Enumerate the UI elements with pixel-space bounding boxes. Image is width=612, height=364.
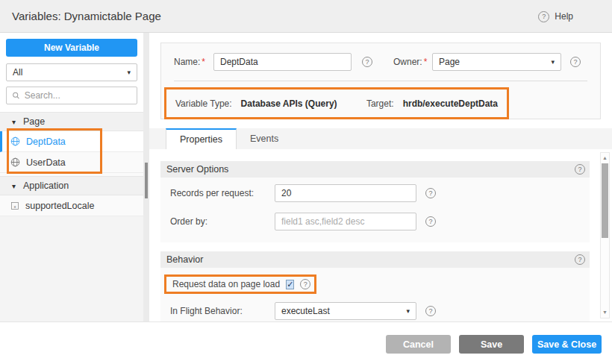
scroll-down-icon[interactable]: ▼ [601, 308, 609, 317]
sidebar-scrollbar-thumb[interactable] [145, 163, 148, 198]
tree-group-application[interactable]: ▾ Application [0, 176, 143, 195]
in-flight-behavior-row: In Flight Behavior: executeLast ▾ ? [160, 302, 590, 320]
server-options-body: Records per request: ? Order by: ? [160, 178, 590, 242]
sidebar-scrollbar[interactable] [143, 33, 149, 321]
server-options-header: Server Options ? [160, 161, 590, 178]
chevron-down-icon: ▾ [406, 307, 410, 315]
tab-properties[interactable]: Properties [166, 128, 237, 149]
search-box[interactable] [6, 87, 137, 104]
request-on-load-label: Request data on page load [172, 279, 280, 289]
variables-sidebar: New Variable All ▾ ▾ Page [0, 33, 143, 321]
owner-select[interactable]: Page ▾ [432, 53, 561, 71]
records-per-request-label: Records per request: [170, 188, 275, 198]
cancel-button[interactable]: Cancel [386, 335, 451, 354]
owner-help-icon[interactable]: ? [570, 57, 581, 67]
chevron-down-icon: ▾ [127, 69, 131, 76]
tree-item-label: supportedLocale [25, 201, 94, 211]
behavior-section: Behavior ? Request data on page load ✓ ?… [160, 251, 590, 321]
new-variable-button[interactable]: New Variable [6, 39, 137, 57]
save-and-close-button[interactable]: Save & Close [532, 335, 602, 354]
tree-group-label: Application [23, 181, 69, 191]
name-help-icon[interactable]: ? [362, 57, 372, 67]
request-on-load-checkbox[interactable]: ✓ [286, 280, 294, 289]
in-flight-behavior-label: In Flight Behavior: [170, 306, 275, 316]
tab-label: Properties [180, 134, 222, 145]
tab-events[interactable]: Events [237, 128, 292, 149]
order-by-row: Order by: ? [160, 213, 590, 230]
required-asterisk: * [202, 57, 205, 67]
variable-icon: x [10, 201, 19, 210]
svg-text:x: x [14, 204, 16, 208]
help-icon: ? [538, 11, 549, 22]
tree-item-label: UserData [26, 157, 66, 168]
order-by-help-icon[interactable]: ? [425, 216, 436, 227]
caret-down-icon: ▾ [12, 118, 16, 126]
properties-scrollbar-thumb[interactable] [602, 163, 608, 238]
variable-type-value: Database APIs (Query) [241, 98, 337, 109]
target-group: Target: hrdb/executeDeptData [366, 98, 498, 109]
behavior-header: Behavior ? [160, 251, 590, 268]
target-value: hrdb/executeDeptData [403, 98, 498, 109]
name-label: Name:* [174, 57, 213, 67]
tree-group-page[interactable]: ▾ Page [0, 112, 143, 131]
server-options-section: Server Options ? Records per request: ? … [160, 161, 590, 242]
variable-filter-value: All [13, 67, 22, 78]
section-title: Server Options [166, 164, 228, 175]
order-by-label: Order by: [170, 216, 275, 227]
behavior-help-icon[interactable]: ? [575, 254, 585, 265]
behavior-body: Request data on page load ✓ ? In Flight … [160, 268, 590, 321]
owner-value: Page [439, 57, 460, 67]
chevron-down-icon: ▾ [551, 58, 555, 66]
variable-type-label: Variable Type: [175, 98, 232, 109]
tree-item-userdata[interactable]: UserData [0, 152, 143, 173]
server-options-help-icon[interactable]: ? [575, 164, 585, 175]
tab-bar: Properties Events [149, 128, 612, 149]
tree-item-deptdata[interactable]: DeptData [0, 131, 143, 152]
globe-icon [10, 136, 20, 146]
dialog-footer: Cancel Save Save & Close [0, 321, 612, 364]
dialog-header: Variables: Dynamictable Page ? Help [0, 0, 612, 33]
records-per-request-input[interactable] [275, 184, 416, 202]
variable-detail-panel: Name:* ? Owner:* Page ▾ ? Variable Type:… [149, 33, 612, 321]
variable-tree: ▾ Page DeptData UserData [0, 112, 143, 321]
request-on-load-help-icon[interactable]: ? [300, 279, 310, 289]
tree-item-supportedlocale[interactable]: x supportedLocale [0, 195, 143, 216]
globe-icon [10, 157, 20, 167]
caret-down-icon: ▾ [12, 182, 16, 190]
records-help-icon[interactable]: ? [425, 188, 436, 198]
in-flight-behavior-value: executeLast [281, 306, 330, 316]
properties-scrollbar[interactable]: ▲ ▼ [600, 152, 610, 318]
target-label: Target: [366, 98, 394, 109]
tab-label: Events [250, 134, 278, 144]
name-input[interactable] [213, 53, 352, 71]
owner-label: Owner:* [393, 57, 432, 67]
variables-dialog: Variables: Dynamictable Page ? Help New … [0, 0, 612, 364]
records-per-request-row: Records per request: ? [160, 184, 590, 202]
variable-filter-select[interactable]: All ▾ [6, 63, 137, 81]
save-button[interactable]: Save [459, 335, 524, 354]
help-label: Help [555, 11, 573, 22]
highlight-box-variable-type: Variable Type: Database APIs (Query) Tar… [164, 87, 509, 119]
order-by-input[interactable] [275, 213, 416, 230]
properties-panel: Server Options ? Records per request: ? … [149, 149, 612, 321]
in-flight-help-icon[interactable]: ? [425, 306, 436, 316]
help-button[interactable]: ? Help [538, 0, 573, 33]
search-input[interactable] [25, 90, 131, 101]
divider [174, 81, 587, 81]
highlight-box-request-on-load: Request data on page load ✓ ? [164, 274, 316, 294]
scroll-up-icon[interactable]: ▲ [601, 154, 609, 163]
name-owner-row: Name:* ? Owner:* Page ▾ ? [174, 53, 587, 71]
tree-item-label: DeptData [26, 136, 66, 147]
tree-group-label: Page [23, 116, 45, 127]
variable-summary-card: Name:* ? Owner:* Page ▾ ? Variable Type:… [160, 43, 601, 119]
section-title: Behavior [166, 254, 203, 265]
page-title: Variables: Dynamictable Page [12, 0, 161, 33]
in-flight-behavior-select[interactable]: executeLast ▾ [275, 302, 416, 320]
search-icon [12, 91, 20, 100]
required-asterisk: * [424, 57, 428, 67]
